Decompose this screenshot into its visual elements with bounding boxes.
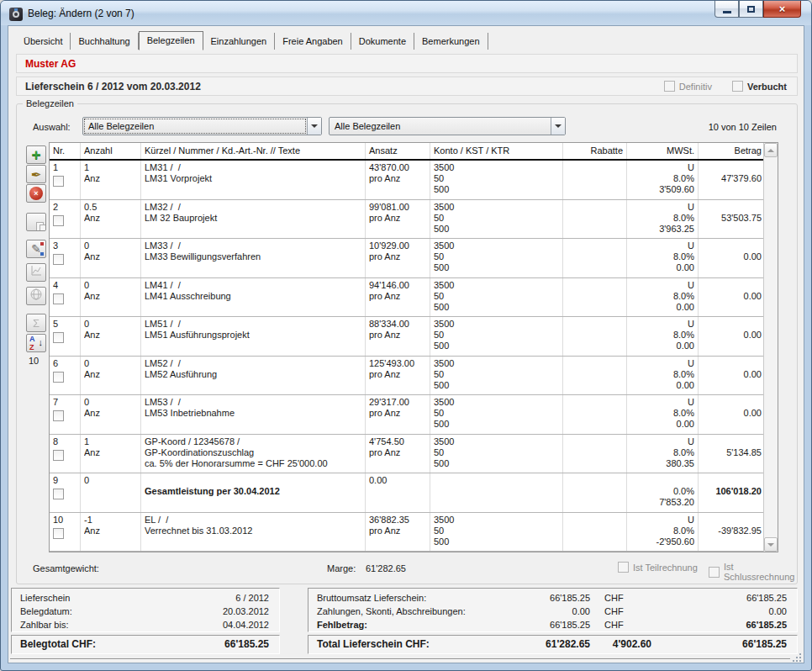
cell-line: 8.0% [630,408,694,419]
maximize-button[interactable] [739,1,763,18]
teilrechnung-checkbox[interactable] [618,562,629,573]
sum-button[interactable]: Σ [26,314,46,332]
cell-line: 7'853.20 [630,497,694,508]
row-checkbox[interactable] [53,528,64,539]
teilrechnung-label: Ist Teilrechnung [633,563,698,573]
table-row[interactable]: 50AnzLM51 / /LM51 Ausführungsprojekt88'3… [50,317,763,357]
row-checkbox[interactable] [53,450,64,461]
table-row[interactable]: 90Gesamtleistung per 30.04.20120.000.0%7… [50,473,763,513]
filter1-dropdown[interactable]: Alle Belegzeilen [82,117,322,135]
cell-konto: 350050500 [430,395,563,434]
tab-freie-angaben[interactable]: Freie Angaben [275,33,351,50]
cell-line: 43'870.00 [369,162,426,173]
tab-einzahlungen[interactable]: Einzahlungen [203,33,276,50]
row-checkbox[interactable] [53,293,64,304]
cell-line: 99'081.00 [369,202,426,213]
minimize-button[interactable] [714,1,739,18]
filter2-value: Alle Belegzeilen [331,119,549,133]
table-row[interactable]: 70AnzLM53 / /LM53 Inbetriebnahme29'317.0… [50,395,763,435]
row-count-text: 10 von 10 Zeilen [709,122,777,132]
table-row[interactable]: 20.5AnzLM32 / /LM 32 Bauprojekt99'081.00… [50,200,763,240]
row-checkbox[interactable] [53,332,64,343]
delete-row-button[interactable]: × [26,184,46,203]
row-checkbox[interactable] [53,215,64,226]
filter2-arrow-icon[interactable] [551,118,565,135]
cell-line [702,162,762,173]
close-button[interactable]: × [763,1,801,18]
company-strip: Muster AG [16,54,798,73]
cell-nr: 4 [50,278,81,317]
cell-line: Anz [84,291,137,302]
add-row-button[interactable]: + [26,145,46,164]
row-checkbox[interactable] [53,372,64,383]
tab-dokumente[interactable]: Dokumente [351,33,414,50]
cell-line: 0 [84,280,137,291]
toolbar-row-count: 10 [29,356,39,366]
cell-text: Gesamtleistung per 30.04.2012 [141,473,366,512]
cell-line: pro Anz [369,291,426,302]
total-amount-2: 4'902.60 [613,638,651,650]
verbucht-checkbox[interactable] [732,81,743,92]
definitiv-checkbox[interactable] [664,81,675,92]
cell-line: Anz [84,408,137,419]
cell-mwst: U8.0%0.00 [627,395,699,434]
column-header: Rabatte [563,143,627,159]
tab-bemerkungen[interactable]: Bemerkungen [414,33,488,50]
cell-line: 50 [434,291,559,302]
cell-anzahl: 0 [81,473,141,512]
cell-line: 0.5 [84,202,137,213]
title-bar[interactable]: Beleg: Ändern (2 von 7) × [1,1,811,25]
edit-properties-button[interactable]: ✎ [26,240,46,258]
scroll-down-button[interactable] [764,537,778,552]
table-row[interactable]: 81AnzGP-Koord / 12345678 /GP-Koordinatio… [50,435,763,474]
app-window: Beleg: Ändern (2 von 7) × ÜbersichtBuchh… [0,0,812,671]
summary-label: Zahlbar bis: [20,618,68,631]
table-row[interactable]: 11AnzLM31 / /LM31 Vorprojekt43'870.00pro… [50,161,763,200]
scroll-up-button[interactable] [764,143,778,157]
cell-line: LM52 Ausführung [145,369,361,380]
cell-line: EL / / [145,515,361,526]
resize-grip[interactable] [791,652,802,663]
cell-line: 1 [84,162,137,173]
cell-line: GP-Koordinationszuschlag [145,447,361,458]
table-row[interactable]: 40AnzLM41 / /LM41 Ausschreibung94'146.00… [50,278,763,318]
cell-line [702,436,762,447]
cell-line: Anz [84,213,137,224]
table-row[interactable]: 10-1AnzEL / /Verrechnet bis 31.03.201236… [50,513,763,552]
cell-line: LM 32 Bauprojekt [145,213,361,224]
row-checkbox[interactable] [53,410,64,421]
cell-ansatz: 10'929.00pro Anz [366,239,430,277]
sort-button[interactable]: AZ↓ [26,334,46,352]
cell-line: Anz [84,251,137,262]
cell-line: 500 [434,224,559,235]
cell-line: Anz [84,447,137,458]
tab-übersicht[interactable]: Übersicht [16,33,71,50]
cell-ansatz: 94'146.00pro Anz [366,278,430,317]
cell-line: 500 [434,536,559,547]
cell-line: 29'317.00 [369,397,426,408]
row-checkbox[interactable] [53,254,64,265]
edit-row-button[interactable]: ✒ [26,165,46,183]
cell-line: 3'963.25 [630,224,694,235]
cell-line: 500 [434,262,559,273]
cell-nr: 1 [50,161,81,199]
tab-buchhaltung[interactable]: Buchhaltung [71,33,138,50]
tab-belegzeilen[interactable]: Belegzeilen [139,31,203,50]
cell-rabatte [563,239,627,277]
copy-row-button[interactable] [26,213,46,231]
schlussrechnung-checkbox[interactable] [709,567,720,578]
filter1-arrow-icon[interactable] [307,118,321,135]
cell-line: 3500 [434,240,559,251]
cell-text: LM33 / /LM33 Bewilligungsverfahren [141,239,366,277]
chart-button[interactable] [26,263,46,282]
filter2-dropdown[interactable]: Alle Belegzeilen [329,117,566,135]
cell-line: 50 [434,369,559,380]
cell-line: 2 [53,202,76,213]
cell-betrag: 0.00 [699,278,763,317]
table-row[interactable]: 60AnzLM52 / /LM52 Ausführung125'493.00pr… [50,357,763,396]
row-checkbox[interactable] [53,176,64,187]
table-row[interactable]: 30AnzLM33 / /LM33 Bewilligungsverfahren1… [50,239,763,278]
globe-button[interactable] [26,287,46,305]
table-scrollbar[interactable] [763,143,778,552]
row-checkbox[interactable] [53,489,64,499]
